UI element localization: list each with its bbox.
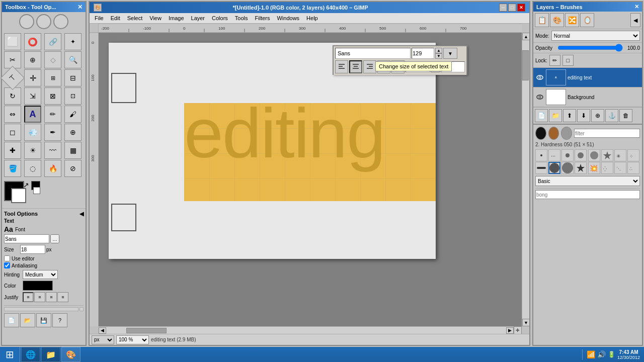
tool-ink[interactable]: ✒ [44, 124, 61, 141]
brush-item-4[interactable] [575, 149, 587, 161]
bg-color[interactable] [11, 188, 26, 203]
brush-search-input[interactable] [535, 190, 640, 199]
justify-center-btn[interactable]: ≡ [34, 292, 45, 302]
minimize-btn[interactable]: ─ [499, 4, 507, 12]
size-up-btn[interactable]: ▲ [435, 48, 442, 53]
brush-item-5[interactable] [588, 149, 600, 161]
tool-measure[interactable]: ⊢ [1, 66, 25, 90]
zoom-select[interactable]: 100 % 50 % 200 % [116, 335, 149, 344]
help-btn[interactable]: ? [52, 313, 67, 327]
right-scrollbar[interactable]: ▲ ▼ [522, 33, 529, 326]
tool-burn[interactable]: 🔥 [44, 160, 61, 177]
layer-merge-btn[interactable]: 🔀 [565, 13, 579, 27]
fg-bg-colors[interactable]: ↗ [4, 181, 29, 206]
toolbox-close-btn[interactable]: ✕ [77, 4, 83, 11]
canvas-scroll-area[interactable]: ▲ ▼ ▼ [99, 33, 522, 326]
lock-pixels-btn[interactable]: ✏ [549, 55, 560, 66]
new-layer-btn[interactable]: 📄 [535, 109, 548, 122]
tool-text[interactable]: A [24, 106, 41, 123]
antialiasing-checkbox[interactable] [4, 262, 10, 268]
menu-colors[interactable]: Colors [209, 14, 231, 22]
brush-filter-input[interactable] [574, 129, 640, 138]
layer-type-btn[interactable]: 📋 [535, 13, 549, 27]
h-scroll[interactable] [4, 307, 78, 311]
tool-perspective[interactable]: ⊡ [64, 87, 82, 105]
brush-item-9[interactable] [535, 162, 547, 174]
menu-select[interactable]: Select [124, 14, 146, 22]
hinting-select[interactable]: Medium None Slight Full [23, 270, 58, 279]
swap-colors-btn[interactable]: ↗ [23, 181, 29, 189]
layer-item-background[interactable]: Background [533, 87, 642, 107]
menu-help[interactable]: Help [303, 14, 321, 22]
bottom-scrollbar[interactable]: ◀ ▶ ✛ [99, 326, 522, 334]
menu-edit[interactable]: Edit [108, 14, 123, 22]
menu-windows[interactable]: Windows [274, 14, 302, 22]
menu-layer[interactable]: Layer [188, 14, 208, 22]
mode-select[interactable]: Normal Multiply Screen [551, 31, 640, 41]
size-down-btn[interactable]: ▼ [435, 53, 442, 59]
align-center-btn[interactable] [349, 60, 362, 73]
menu-filters[interactable]: Filters [252, 14, 273, 22]
tool-flip[interactable]: ⇔ [4, 106, 21, 123]
tool-smudge[interactable]: 〰 [44, 142, 61, 159]
brush-item-10-selected[interactable] [548, 162, 560, 174]
duplicate-layer-btn[interactable]: ⊕ [591, 109, 604, 122]
align-right-btn[interactable] [363, 60, 376, 73]
opacity-slider[interactable] [557, 44, 623, 51]
tool-shear[interactable]: ⊠ [44, 87, 61, 105]
font-size-input[interactable] [412, 48, 434, 59]
brush-item-13[interactable]: 💥 [588, 162, 600, 174]
tool-rect-select[interactable]: ⬜ [4, 33, 21, 50]
anchor-layer-btn[interactable]: ⚓ [605, 109, 618, 122]
menu-tools[interactable]: Tools [232, 14, 251, 22]
layer-mask-btn[interactable]: 🪞 [580, 13, 594, 27]
brush-item-11[interactable] [561, 162, 574, 174]
tool-pencil[interactable]: ✏ [44, 106, 61, 123]
tool-foreground-select[interactable]: ⊕ [24, 51, 41, 68]
justify-left-btn[interactable]: ≡ [23, 292, 34, 302]
lock-alpha-btn[interactable]: □ [562, 55, 574, 66]
delete-layer-btn[interactable]: 🗑 [619, 109, 632, 122]
size-input[interactable] [20, 245, 45, 254]
tool-paint[interactable]: 🖌 [64, 106, 82, 123]
align-left-btn[interactable] [335, 60, 348, 73]
brush-item-12[interactable] [575, 162, 587, 174]
tool-eraser[interactable]: ◻ [4, 124, 21, 141]
layer-eye-background[interactable] [535, 93, 544, 102]
scroll-left-btn[interactable]: ◀ [99, 327, 106, 334]
brush-swatch-gray[interactable] [561, 127, 572, 140]
close-btn[interactable]: ✕ [517, 4, 525, 12]
tool-rotate[interactable]: ↻ [4, 87, 21, 105]
move-layer-up-btn[interactable]: ⬆ [563, 109, 576, 122]
navigate-btn[interactable]: ✛ [514, 326, 522, 334]
menu-file[interactable]: File [92, 14, 107, 22]
tool-convolve[interactable]: ◌ [24, 160, 41, 177]
layer-item-editing-text[interactable]: A editing text [533, 68, 642, 87]
justify-fill-btn[interactable]: ≡ [57, 292, 68, 302]
canvas-text[interactable]: editing [184, 98, 385, 168]
start-button[interactable]: ⊞ [0, 347, 20, 362]
tool-bucket[interactable]: 🪣 [4, 160, 21, 177]
taskbar-gimp[interactable]: 🎨 [61, 347, 80, 362]
menu-image[interactable]: Image [166, 14, 187, 22]
tool-move[interactable]: ✛ [24, 69, 41, 86]
layer-eye-editing[interactable] [535, 73, 544, 82]
taskbar-explorer[interactable]: 📁 [41, 347, 60, 362]
brush-item-1[interactable] [535, 149, 547, 161]
tool-fuzzy-select[interactable]: ✦ [64, 33, 82, 50]
canvas-white[interactable]: ▲ ▼ ▼ [109, 43, 436, 259]
brush-item-6[interactable] [601, 149, 613, 161]
color-swatch[interactable] [23, 281, 53, 291]
new-image-btn[interactable]: 📄 [4, 313, 19, 327]
move-layer-down-btn[interactable]: ⬇ [577, 109, 590, 122]
brush-item-14[interactable]: ⁛ [601, 162, 613, 174]
save-btn[interactable]: 💾 [36, 313, 51, 327]
layers-panel-options[interactable]: ◀ [630, 13, 640, 27]
brush-item-8[interactable]: ⁘ [627, 149, 639, 161]
tool-dodge[interactable]: ☀ [24, 142, 41, 159]
taskbar-ie[interactable]: 🌐 [21, 347, 40, 362]
brush-item-16[interactable]: ∴ [627, 162, 639, 174]
font-input[interactable] [4, 234, 49, 243]
layer-color-btn[interactable]: 🎨 [550, 13, 564, 27]
layers-panel-close[interactable]: ✕ [634, 4, 639, 10]
